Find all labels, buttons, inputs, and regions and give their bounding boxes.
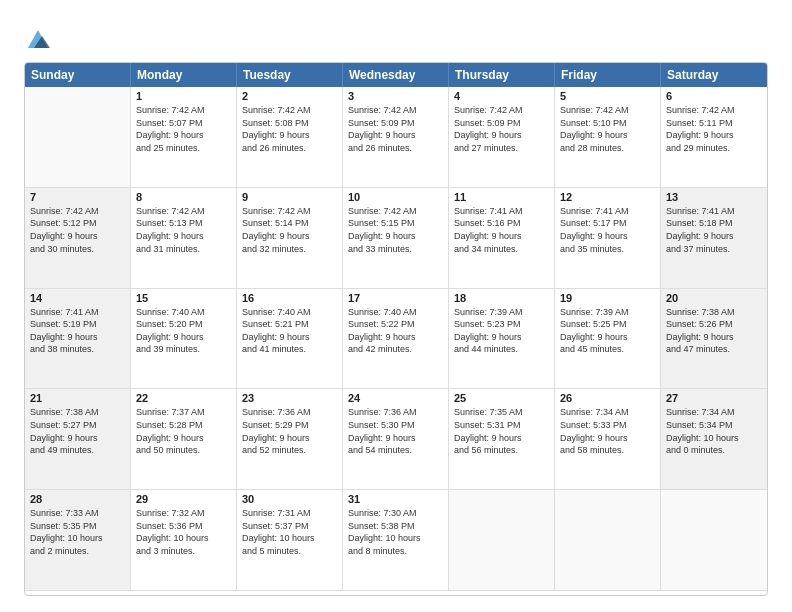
day-info: Sunrise: 7:42 AM Sunset: 5:12 PM Dayligh… [30,205,125,255]
day-info: Sunrise: 7:30 AM Sunset: 5:38 PM Dayligh… [348,507,443,557]
logo-icon [24,24,52,52]
day-info: Sunrise: 7:41 AM Sunset: 5:16 PM Dayligh… [454,205,549,255]
calendar-header-cell: Monday [131,63,237,87]
calendar-cell: 27Sunrise: 7:34 AM Sunset: 5:34 PM Dayli… [661,389,767,490]
calendar-cell: 18Sunrise: 7:39 AM Sunset: 5:23 PM Dayli… [449,289,555,390]
day-info: Sunrise: 7:32 AM Sunset: 5:36 PM Dayligh… [136,507,231,557]
calendar-cell [449,490,555,591]
calendar-cell: 11Sunrise: 7:41 AM Sunset: 5:16 PM Dayli… [449,188,555,289]
calendar-cell: 29Sunrise: 7:32 AM Sunset: 5:36 PM Dayli… [131,490,237,591]
day-number: 23 [242,392,337,404]
calendar-cell: 15Sunrise: 7:40 AM Sunset: 5:20 PM Dayli… [131,289,237,390]
day-number: 20 [666,292,762,304]
calendar-header-cell: Friday [555,63,661,87]
day-number: 22 [136,392,231,404]
day-number: 3 [348,90,443,102]
calendar-cell: 22Sunrise: 7:37 AM Sunset: 5:28 PM Dayli… [131,389,237,490]
calendar-cell: 5Sunrise: 7:42 AM Sunset: 5:10 PM Daylig… [555,87,661,188]
calendar-cell: 2Sunrise: 7:42 AM Sunset: 5:08 PM Daylig… [237,87,343,188]
calendar-cell: 28Sunrise: 7:33 AM Sunset: 5:35 PM Dayli… [25,490,131,591]
calendar-cell: 16Sunrise: 7:40 AM Sunset: 5:21 PM Dayli… [237,289,343,390]
calendar-header-cell: Thursday [449,63,555,87]
day-info: Sunrise: 7:42 AM Sunset: 5:07 PM Dayligh… [136,104,231,154]
day-number: 7 [30,191,125,203]
day-number: 18 [454,292,549,304]
day-info: Sunrise: 7:34 AM Sunset: 5:34 PM Dayligh… [666,406,762,456]
day-info: Sunrise: 7:42 AM Sunset: 5:11 PM Dayligh… [666,104,762,154]
day-info: Sunrise: 7:38 AM Sunset: 5:27 PM Dayligh… [30,406,125,456]
day-info: Sunrise: 7:41 AM Sunset: 5:19 PM Dayligh… [30,306,125,356]
day-info: Sunrise: 7:42 AM Sunset: 5:14 PM Dayligh… [242,205,337,255]
calendar-cell: 14Sunrise: 7:41 AM Sunset: 5:19 PM Dayli… [25,289,131,390]
day-number: 6 [666,90,762,102]
calendar-header-cell: Wednesday [343,63,449,87]
logo [24,24,56,52]
page: SundayMondayTuesdayWednesdayThursdayFrid… [0,0,792,612]
calendar-cell [661,490,767,591]
day-info: Sunrise: 7:39 AM Sunset: 5:25 PM Dayligh… [560,306,655,356]
day-number: 9 [242,191,337,203]
day-info: Sunrise: 7:42 AM Sunset: 5:09 PM Dayligh… [454,104,549,154]
calendar-cell: 8Sunrise: 7:42 AM Sunset: 5:13 PM Daylig… [131,188,237,289]
calendar-cell: 7Sunrise: 7:42 AM Sunset: 5:12 PM Daylig… [25,188,131,289]
day-number: 12 [560,191,655,203]
calendar-cell: 13Sunrise: 7:41 AM Sunset: 5:18 PM Dayli… [661,188,767,289]
day-number: 10 [348,191,443,203]
day-number: 16 [242,292,337,304]
calendar-cell: 17Sunrise: 7:40 AM Sunset: 5:22 PM Dayli… [343,289,449,390]
calendar-header-cell: Sunday [25,63,131,87]
calendar-cell: 1Sunrise: 7:42 AM Sunset: 5:07 PM Daylig… [131,87,237,188]
calendar-header-cell: Saturday [661,63,767,87]
day-info: Sunrise: 7:38 AM Sunset: 5:26 PM Dayligh… [666,306,762,356]
day-number: 30 [242,493,337,505]
day-info: Sunrise: 7:36 AM Sunset: 5:30 PM Dayligh… [348,406,443,456]
calendar-cell: 19Sunrise: 7:39 AM Sunset: 5:25 PM Dayli… [555,289,661,390]
calendar-cell: 4Sunrise: 7:42 AM Sunset: 5:09 PM Daylig… [449,87,555,188]
calendar-cell [555,490,661,591]
day-info: Sunrise: 7:42 AM Sunset: 5:08 PM Dayligh… [242,104,337,154]
day-info: Sunrise: 7:41 AM Sunset: 5:17 PM Dayligh… [560,205,655,255]
calendar: SundayMondayTuesdayWednesdayThursdayFrid… [24,62,768,596]
day-info: Sunrise: 7:35 AM Sunset: 5:31 PM Dayligh… [454,406,549,456]
calendar-cell: 9Sunrise: 7:42 AM Sunset: 5:14 PM Daylig… [237,188,343,289]
day-info: Sunrise: 7:42 AM Sunset: 5:09 PM Dayligh… [348,104,443,154]
day-number: 1 [136,90,231,102]
calendar-cell: 3Sunrise: 7:42 AM Sunset: 5:09 PM Daylig… [343,87,449,188]
calendar-cell [25,87,131,188]
day-info: Sunrise: 7:42 AM Sunset: 5:10 PM Dayligh… [560,104,655,154]
calendar-cell: 20Sunrise: 7:38 AM Sunset: 5:26 PM Dayli… [661,289,767,390]
day-number: 5 [560,90,655,102]
calendar-body: 1Sunrise: 7:42 AM Sunset: 5:07 PM Daylig… [25,87,767,591]
day-number: 13 [666,191,762,203]
day-number: 11 [454,191,549,203]
calendar-header-cell: Tuesday [237,63,343,87]
calendar-cell: 24Sunrise: 7:36 AM Sunset: 5:30 PM Dayli… [343,389,449,490]
day-number: 14 [30,292,125,304]
day-info: Sunrise: 7:33 AM Sunset: 5:35 PM Dayligh… [30,507,125,557]
calendar-cell: 23Sunrise: 7:36 AM Sunset: 5:29 PM Dayli… [237,389,343,490]
calendar-cell: 31Sunrise: 7:30 AM Sunset: 5:38 PM Dayli… [343,490,449,591]
day-info: Sunrise: 7:31 AM Sunset: 5:37 PM Dayligh… [242,507,337,557]
day-number: 24 [348,392,443,404]
day-info: Sunrise: 7:37 AM Sunset: 5:28 PM Dayligh… [136,406,231,456]
day-number: 8 [136,191,231,203]
day-number: 4 [454,90,549,102]
day-number: 31 [348,493,443,505]
day-info: Sunrise: 7:42 AM Sunset: 5:15 PM Dayligh… [348,205,443,255]
day-number: 29 [136,493,231,505]
day-info: Sunrise: 7:39 AM Sunset: 5:23 PM Dayligh… [454,306,549,356]
calendar-cell: 25Sunrise: 7:35 AM Sunset: 5:31 PM Dayli… [449,389,555,490]
day-number: 25 [454,392,549,404]
day-number: 21 [30,392,125,404]
calendar-cell: 10Sunrise: 7:42 AM Sunset: 5:15 PM Dayli… [343,188,449,289]
calendar-header: SundayMondayTuesdayWednesdayThursdayFrid… [25,63,767,87]
day-number: 15 [136,292,231,304]
day-number: 28 [30,493,125,505]
day-info: Sunrise: 7:40 AM Sunset: 5:21 PM Dayligh… [242,306,337,356]
day-number: 26 [560,392,655,404]
day-info: Sunrise: 7:34 AM Sunset: 5:33 PM Dayligh… [560,406,655,456]
day-info: Sunrise: 7:42 AM Sunset: 5:13 PM Dayligh… [136,205,231,255]
day-info: Sunrise: 7:41 AM Sunset: 5:18 PM Dayligh… [666,205,762,255]
day-number: 2 [242,90,337,102]
day-info: Sunrise: 7:40 AM Sunset: 5:22 PM Dayligh… [348,306,443,356]
